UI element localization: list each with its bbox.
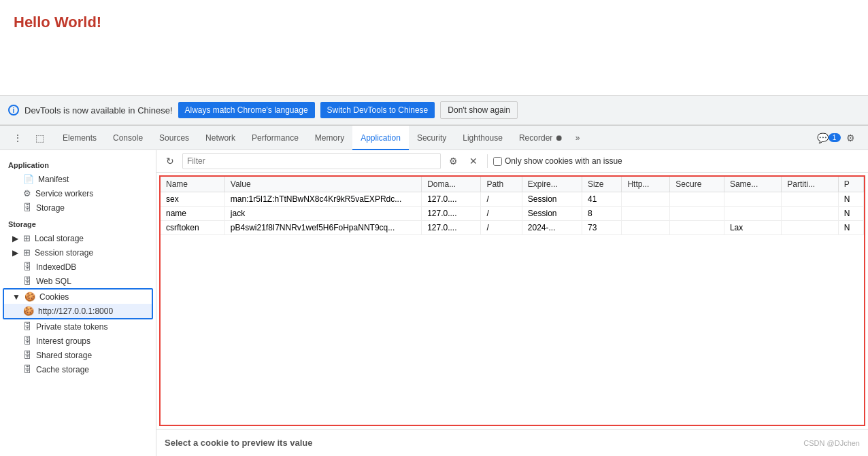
panel-toolbar: ↻ ⚙ ✕ Only show cookies with an issue [156, 150, 868, 173]
tab-application[interactable]: Application [352, 126, 409, 150]
table-cell: N [838, 207, 863, 221]
tab-performance[interactable]: Performance [244, 126, 307, 150]
sidebar-websql[interactable]: 🗄 Web SQL [0, 274, 156, 288]
filter-input[interactable] [182, 153, 441, 169]
settings-icon[interactable]: ⚙ [841, 128, 860, 147]
sidebar-service-workers[interactable]: ⚙ Service workers [0, 186, 156, 200]
shared-storage-icon: 🗄 [23, 350, 32, 360]
table-cell: 127.0.... [422, 221, 481, 235]
sidebar-indexeddb[interactable]: 🗄 IndexedDB [0, 260, 156, 274]
indexeddb-icon: 🗄 [23, 262, 32, 272]
sidebar-item-label: Storage [36, 203, 65, 213]
table-cell: 73 [582, 221, 622, 235]
table-cell [724, 207, 781, 221]
table-cell: name [161, 207, 224, 221]
chat-icon[interactable]: 💬 1 [819, 128, 838, 147]
col-domain: Doma... [422, 177, 481, 192]
session-storage-icon: ⊞ [23, 247, 31, 258]
table-cell [782, 221, 838, 235]
tab-more[interactable]: » [571, 126, 584, 150]
expand-icon: ▶ [11, 234, 19, 243]
sidebar-shared-storage[interactable]: 🗄 Shared storage [0, 348, 156, 362]
sidebar-local-storage[interactable]: ▶ ⊞ Local storage [0, 231, 156, 245]
tab-lighthouse[interactable]: Lighthouse [454, 126, 511, 150]
table-cell: 127.0.... [422, 207, 481, 221]
devtools-panel: ⋮ ⬚ Elements Console Sources Network Per… [0, 125, 868, 456]
filter-settings-button[interactable]: ⚙ [445, 153, 461, 169]
sidebar-cache-storage[interactable]: 🗄 Cache storage [0, 362, 156, 376]
sidebar-storage-section: Storage [0, 217, 156, 231]
devtools-right-icons: 💬 1 ⚙ [819, 128, 865, 147]
table-cell: man:1r5I1Z:hTtNBwNX8c4Kr9kR5vaEXPRdc... [224, 192, 421, 207]
sidebar-storage-item[interactable]: 🗄 Storage [0, 200, 156, 215]
sidebar-cookies-url-text: http://127.0.0.1:8000 [38, 306, 113, 316]
devtools-left-icons: ⋮ ⬚ [3, 128, 54, 147]
table-cell: / [481, 192, 522, 207]
devtools-main-icon[interactable]: ⋮ [8, 128, 27, 147]
toolbar-separator [487, 154, 488, 168]
sidebar-session-storage[interactable]: ▶ ⊞ Session storage [0, 245, 156, 260]
table-cell [670, 192, 724, 207]
tab-security[interactable]: Security [409, 126, 454, 150]
table-cell [622, 221, 670, 235]
cookies-url-icon: 🍪 [23, 306, 34, 316]
col-value: Value [224, 177, 421, 192]
always-match-button[interactable]: Always match Chrome's language [178, 102, 315, 118]
websql-icon: 🗄 [23, 276, 32, 286]
cache-storage-icon: 🗄 [23, 364, 32, 374]
watermark: CSDN @DJchen [803, 439, 860, 447]
table-row[interactable]: sexman:1r5I1Z:hTtNBwNX8c4Kr9kR5vaEXPRdc.… [161, 192, 864, 207]
cookies-expand-icon: ▼ [12, 292, 20, 302]
dont-show-again-button[interactable]: Don't show again [440, 101, 518, 119]
manifest-icon: 📄 [23, 174, 34, 184]
only-issues-checkbox[interactable] [493, 157, 502, 166]
switch-chinese-button[interactable]: Switch DevTools to Chinese [320, 102, 435, 118]
col-httponly: Http... [622, 177, 670, 192]
notification-text: DevTools is now available in Chinese! [24, 105, 173, 116]
col-size: Size [582, 177, 622, 192]
tab-memory[interactable]: Memory [307, 126, 352, 150]
table-row[interactable]: namejack127.0..../Session8N [161, 207, 864, 221]
table-cell [670, 207, 724, 221]
sidebar-manifest[interactable]: 📄 Manifest [0, 172, 156, 186]
expand-icon: ▶ [11, 248, 19, 258]
sidebar-cookies-url[interactable]: 🍪 http://127.0.0.1:8000 [4, 304, 152, 318]
sidebar-interest-groups[interactable]: 🗄 Interest groups [0, 334, 156, 348]
sidebar-item-label: Interest groups [36, 336, 90, 346]
sidebar-item-label: IndexedDB [36, 262, 76, 272]
table-cell: jack [224, 207, 421, 221]
storage-icon: 🗄 [23, 203, 32, 213]
refresh-button[interactable]: ↻ [162, 153, 178, 169]
table-cell [724, 192, 781, 207]
cookie-table: Name Value Doma... Path Expire... Size H… [161, 177, 864, 235]
inspect-element-icon[interactable]: ⬚ [30, 128, 49, 147]
sidebar-item-label: Web SQL [36, 277, 71, 286]
tab-recorder[interactable]: Recorder ⏺ [511, 126, 571, 150]
page-title: Hello World! [14, 14, 101, 31]
sidebar-cookies-group: ▼ 🍪 Cookies 🍪 http://127.0.0.1:8000 [3, 288, 153, 319]
table-cell: Session [522, 207, 582, 221]
select-cookie-label: Select a cookie to preview its value [165, 438, 312, 448]
sidebar-item-label: Shared storage [36, 351, 92, 360]
cookie-table-wrapper: Name Value Doma... Path Expire... Size H… [159, 175, 865, 426]
tab-console[interactable]: Console [105, 126, 151, 150]
clear-filter-button[interactable]: ✕ [465, 153, 482, 169]
table-cell: 2024-... [522, 221, 582, 235]
sidebar-cookies-header[interactable]: ▼ 🍪 Cookies [4, 290, 152, 304]
tab-network[interactable]: Network [197, 126, 244, 150]
sidebar-item-label: Private state tokens [36, 322, 107, 332]
sidebar-private-state-tokens[interactable]: 🗄 Private state tokens [0, 319, 156, 334]
table-row[interactable]: csrftokenpB4swi21f8I7NNRv1wef5H6FoHpaNNT… [161, 221, 864, 235]
table-cell: / [481, 207, 522, 221]
devtools-body: Application 📄 Manifest ⚙ Service workers… [0, 150, 868, 456]
col-name: Name [161, 177, 224, 192]
only-issues-label[interactable]: Only show cookies with an issue [493, 156, 622, 166]
info-icon: i [8, 105, 19, 116]
tab-elements[interactable]: Elements [54, 126, 105, 150]
table-cell: Lax [724, 221, 781, 235]
table-header-row: Name Value Doma... Path Expire... Size H… [161, 177, 864, 192]
col-partition: Partiti... [782, 177, 838, 192]
table-cell: 41 [582, 192, 622, 207]
tab-sources[interactable]: Sources [151, 126, 197, 150]
table-cell: / [481, 221, 522, 235]
